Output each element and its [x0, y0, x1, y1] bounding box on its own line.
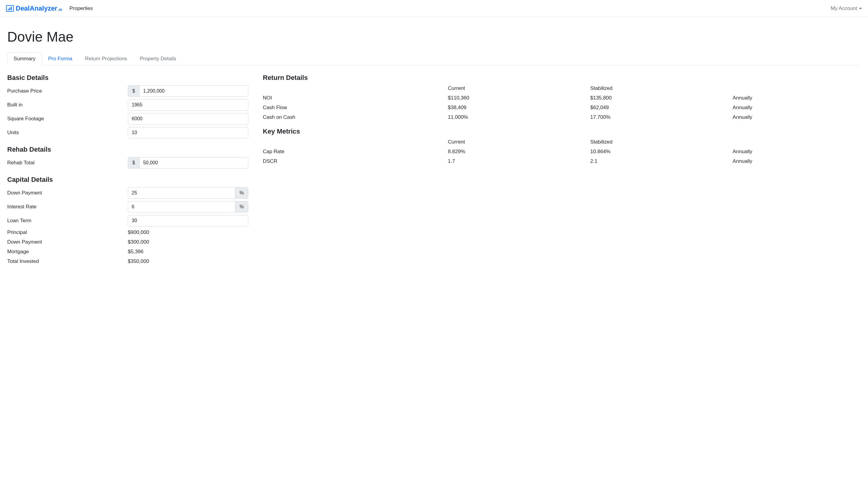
input-built-in[interactable]	[128, 99, 248, 111]
col-stabilized-header: Stabilized	[590, 85, 733, 91]
tab-property-details[interactable]: Property Details	[133, 52, 183, 65]
row-purchase-price: Purchase Price $	[7, 85, 248, 97]
row-cashflow-label: Cash Flow	[263, 104, 448, 111]
value-principal: $900,000	[128, 229, 248, 236]
row-loan-term: Loan Term	[7, 215, 248, 227]
row-total-invested: Total Invested $350,000	[7, 258, 248, 265]
row-units: Units	[7, 127, 248, 139]
percent-suffix: %	[236, 187, 248, 199]
dscr-current: 1.7	[448, 158, 590, 164]
input-loan-term[interactable]	[128, 215, 248, 227]
noi-period: Annually	[733, 95, 861, 101]
navbar: DealAnalyzer.io Properties My Account	[0, 0, 868, 17]
input-down-payment-pct[interactable]	[128, 187, 236, 199]
label-principal: Principal	[7, 230, 128, 236]
chart-icon	[6, 5, 14, 12]
key-metrics-table: Current Stabilized Cap Rate 8.829% 10.86…	[263, 139, 861, 164]
svg-rect-1	[8, 9, 9, 10]
return-details-heading: Return Details	[263, 74, 861, 82]
label-rehab-total: Rehab Total	[7, 160, 128, 166]
rehab-details-heading: Rehab Details	[7, 146, 248, 153]
value-down-payment-amt: $300,000	[128, 239, 248, 246]
page-title: Dovie Mae	[7, 29, 861, 45]
row-dscr-label: DSCR	[263, 158, 448, 164]
caprate-stabilized: 10.864%	[590, 149, 733, 155]
chevron-down-icon	[859, 8, 862, 9]
input-square-footage[interactable]	[128, 113, 248, 124]
value-total-invested: $350,000	[128, 258, 248, 265]
row-built-in: Built in	[7, 99, 248, 111]
svg-rect-2	[9, 7, 10, 10]
label-interest-rate: Interest Rate	[7, 204, 128, 210]
row-mortgage: Mortgage $5,396	[7, 248, 248, 256]
col-current-header-km: Current	[448, 139, 590, 145]
input-purchase-price[interactable]	[139, 85, 248, 97]
value-mortgage: $5,396	[128, 248, 248, 256]
dscr-period: Annually	[733, 158, 861, 164]
nav-properties-link[interactable]: Properties	[69, 3, 93, 14]
basic-details-heading: Basic Details	[7, 74, 248, 82]
input-units[interactable]	[128, 127, 248, 139]
svg-rect-3	[11, 7, 12, 10]
page-container: Dovie Mae Summary Pro Forma Return Proje…	[0, 17, 868, 279]
tabs: Summary Pro Forma Return Projections Pro…	[7, 52, 861, 65]
dollar-prefix: $	[128, 85, 139, 97]
row-noi-label: NOI	[263, 95, 448, 101]
input-rehab-total[interactable]	[139, 157, 248, 169]
dollar-prefix: $	[128, 157, 139, 169]
col-stabilized-header-km: Stabilized	[590, 139, 733, 145]
label-total-invested: Total Invested	[7, 259, 128, 264]
percent-suffix: %	[236, 201, 248, 213]
input-interest-rate[interactable]	[128, 201, 236, 213]
cashflow-stabilized: $62,049	[590, 104, 733, 111]
label-loan-term: Loan Term	[7, 218, 128, 224]
brand-text: DealAnalyzer	[16, 4, 57, 12]
my-account-label: My Account	[831, 5, 857, 11]
cashflow-period: Annually	[733, 104, 861, 111]
row-square-footage: Square Footage	[7, 113, 248, 124]
cashoncash-current: 11.000%	[448, 114, 590, 120]
row-down-payment-amt: Down Payment $300,000	[7, 239, 248, 246]
cashoncash-stabilized: 17.700%	[590, 114, 733, 120]
row-cashoncash-label: Cash on Cash	[263, 114, 448, 120]
cashflow-current: $38,409	[448, 104, 590, 111]
row-principal: Principal $900,000	[7, 229, 248, 236]
row-interest-rate: Interest Rate %	[7, 201, 248, 213]
brand-link[interactable]: DealAnalyzer.io	[6, 4, 62, 12]
label-down-payment-pct: Down Payment	[7, 190, 128, 196]
label-purchase-price: Purchase Price	[7, 88, 128, 94]
noi-current: $110,360	[448, 95, 590, 101]
right-column: Return Details Current Stabilized NOI $1…	[263, 71, 861, 267]
brand-suffix: .io	[58, 7, 62, 12]
row-down-payment-pct: Down Payment %	[7, 187, 248, 199]
dscr-stabilized: 2.1	[590, 158, 733, 164]
noi-stabilized: $135,800	[590, 95, 733, 101]
tab-pro-forma[interactable]: Pro Forma	[42, 52, 79, 65]
cashoncash-period: Annually	[733, 114, 861, 120]
return-details-table: Current Stabilized NOI $110,360 $135,800…	[263, 85, 861, 120]
row-rehab-total: Rehab Total $	[7, 157, 248, 169]
tab-return-projections[interactable]: Return Projections	[79, 52, 133, 65]
label-down-payment-amt: Down Payment	[7, 239, 128, 245]
left-column: Basic Details Purchase Price $ Built in …	[7, 71, 248, 267]
label-mortgage: Mortgage	[7, 249, 128, 255]
capital-details-heading: Capital Details	[7, 176, 248, 184]
col-current-header: Current	[448, 85, 590, 91]
tab-summary[interactable]: Summary	[7, 52, 42, 65]
row-caprate-label: Cap Rate	[263, 149, 448, 155]
label-units: Units	[7, 130, 128, 136]
caprate-current: 8.829%	[448, 149, 590, 155]
key-metrics-heading: Key Metrics	[263, 127, 861, 136]
label-built-in: Built in	[7, 102, 128, 108]
caprate-period: Annually	[733, 149, 861, 155]
my-account-dropdown[interactable]: My Account	[831, 5, 862, 11]
label-square-footage: Square Footage	[7, 116, 128, 122]
